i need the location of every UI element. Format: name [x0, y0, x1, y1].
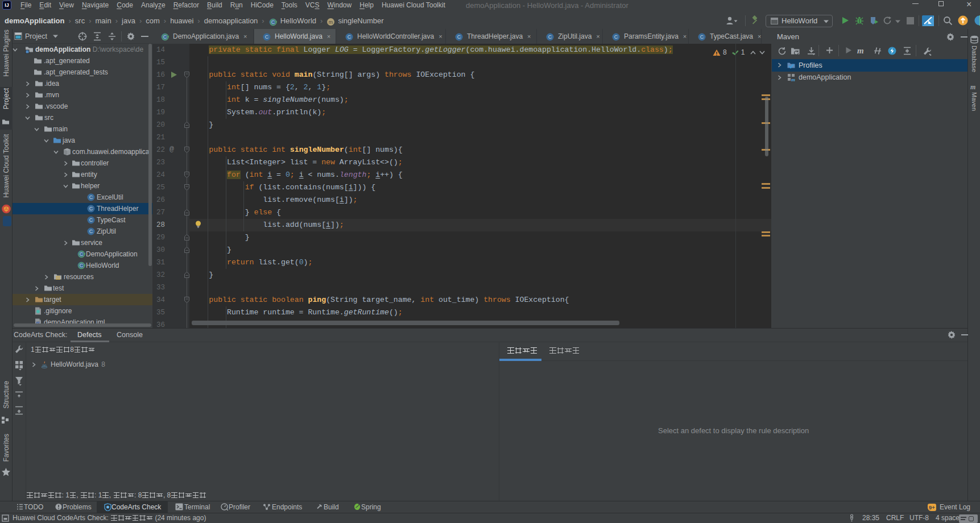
svg-text:C: C: [89, 217, 93, 223]
svg-text:C: C: [548, 34, 552, 40]
svg-text:C: C: [89, 194, 93, 200]
svg-text:C: C: [80, 263, 84, 268]
svg-text:C: C: [89, 229, 93, 234]
svg-text:C: C: [457, 34, 461, 40]
svg-text:C: C: [271, 19, 275, 25]
svg-text:C: C: [265, 34, 269, 40]
svg-text:m: m: [791, 77, 795, 82]
svg-text:C: C: [348, 34, 352, 40]
svg-text:C: C: [80, 251, 84, 257]
svg-text:m: m: [329, 19, 333, 25]
svg-text:C: C: [163, 34, 167, 40]
svg-text:C: C: [89, 206, 93, 211]
svg-text:C: C: [614, 34, 618, 40]
svg-text:C: C: [700, 34, 704, 40]
